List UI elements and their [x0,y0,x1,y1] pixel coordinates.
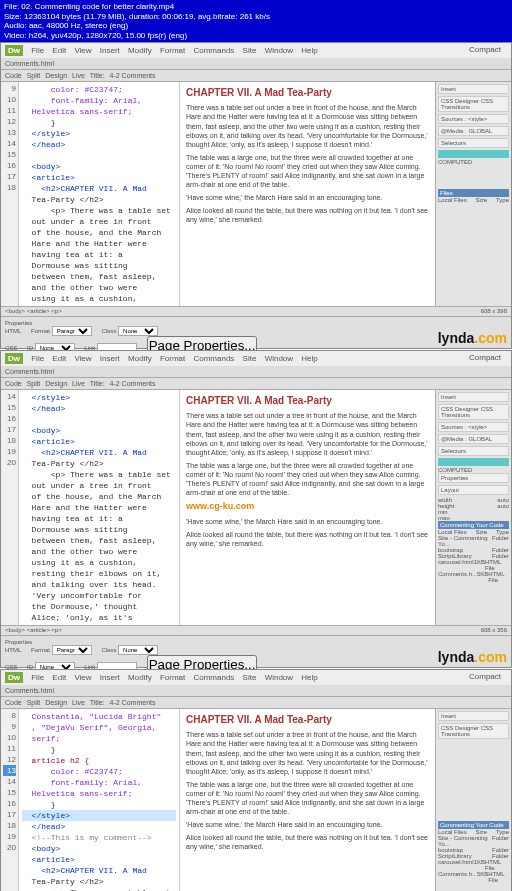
view-code[interactable]: Code [5,380,22,387]
code-editor[interactable]: </style> </head> <body> <article> <h2>CH… [19,390,179,625]
menu-help[interactable]: Help [301,354,317,363]
view-live[interactable]: Live [72,72,85,79]
properties-section[interactable]: Properties [438,473,509,483]
menu-file[interactable]: File [31,673,44,682]
title-value[interactable]: 4-2 Comments [110,380,156,387]
css-designer-panel[interactable]: CSS Designer CSS Transitions [438,96,509,112]
view-toolbar: Code Split Design Live Title: 4-2 Commen… [1,378,511,390]
document-tab-bar: Comments.html [1,685,511,697]
view-split[interactable]: Split [27,699,41,706]
view-design[interactable]: Design [45,380,67,387]
files-header[interactable]: Files [438,189,509,197]
menu-window[interactable]: Window [265,354,293,363]
menu-file[interactable]: File [31,46,44,55]
dw-logo: Dw [5,45,23,56]
preview-p1: There was a table set out under a tree i… [186,730,429,775]
css-designer-panel[interactable]: CSS Designer CSS Transitions [438,723,509,739]
format-select[interactable]: Paragraph [52,645,92,655]
design-preview: CHAPTER VII. A Mad Tea-Party There was a… [179,82,435,306]
view-design[interactable]: Design [45,699,67,706]
doc-tab[interactable]: Comments.html [5,687,54,694]
menu-modify[interactable]: Modify [128,354,152,363]
doc-tab[interactable]: Comments.html [5,60,54,67]
files-cols: Local FilesSizeType [438,197,509,203]
menu-modify[interactable]: Modify [128,673,152,682]
html-tab[interactable]: HTML [5,647,21,653]
media-section[interactable]: @Media : GLOBAL [438,434,509,444]
menu-insert[interactable]: Insert [100,46,120,55]
menu-commands[interactable]: Commands [193,46,234,55]
view-split[interactable]: Split [27,380,41,387]
media-section[interactable]: @Media : GLOBAL [438,126,509,136]
layout-selector[interactable]: Compact [469,353,501,362]
insert-panel[interactable]: Insert [438,711,509,721]
menu-insert[interactable]: Insert [100,354,120,363]
menu-view[interactable]: View [74,46,91,55]
menu-window[interactable]: Window [265,673,293,682]
menu-format[interactable]: Format [160,673,185,682]
menu-insert[interactable]: Insert [100,673,120,682]
class-select[interactable]: None [118,645,158,655]
view-code[interactable]: Code [5,72,22,79]
preview-p2: The table was a large one, but the three… [186,153,429,189]
menu-view[interactable]: View [74,673,91,682]
menu-file[interactable]: File [31,354,44,363]
title-value[interactable]: 4-2 Comments [110,699,156,706]
preview-p4: Alice looked all round the table, but th… [186,833,429,851]
sources-section[interactable]: Sources : <style> [438,422,509,432]
menu-edit[interactable]: Edit [52,46,66,55]
properties-panel: Properties HTML Format Paragraph Class N… [1,316,511,348]
preview-p3: 'Have some wine,' the March Hare said in… [186,820,429,829]
title-label: Title: [90,699,105,706]
view-design[interactable]: Design [45,72,67,79]
html-tab[interactable]: HTML [5,328,21,334]
watermark-text: www.cg-ku.com [186,501,429,513]
doc-tab[interactable]: Comments.html [5,368,54,375]
menu-format[interactable]: Format [160,354,185,363]
view-live[interactable]: Live [72,699,85,706]
menu-help[interactable]: Help [301,46,317,55]
title-label: Title: [90,380,105,387]
dw-logo: Dw [5,353,23,364]
menu-window[interactable]: Window [265,46,293,55]
menu-modify[interactable]: Modify [128,46,152,55]
menu-view[interactable]: View [74,354,91,363]
site-header[interactable]: Commenting Your Code [438,521,509,529]
layout-selector[interactable]: Compact [469,45,501,54]
menu-edit[interactable]: Edit [52,673,66,682]
format-select[interactable]: Paragraph [52,326,92,336]
site-header[interactable]: Commenting Your Code [438,821,509,829]
design-preview: CHAPTER VII. A Mad Tea-Party There was a… [179,709,435,891]
menu-site[interactable]: Site [243,354,257,363]
selectors-section[interactable]: Selectors [438,138,509,148]
menu-commands[interactable]: Commands [193,354,234,363]
right-panel-group: Insert CSS Designer CSS Transitions Sour… [435,390,511,625]
code-editor[interactable]: color: #C23747; font-family: Arial, Helv… [19,82,179,306]
layout-section: Layout [438,485,509,495]
insert-panel[interactable]: Insert [438,84,509,94]
menu-edit[interactable]: Edit [52,354,66,363]
menu-site[interactable]: Site [243,673,257,682]
selectors-section[interactable]: Selectors [438,446,509,456]
status-bar: <body> <article> <p> 608 x 356 [1,625,511,635]
lynda-watermark: lynda.com [438,330,507,346]
dreamweaver-window-3: Dw File Edit View Insert Modify Format C… [0,669,512,891]
insert-panel[interactable]: Insert [438,392,509,402]
preview-p3: 'Have some wine,' the March Hare said in… [186,517,429,526]
css-designer-panel[interactable]: CSS Designer CSS Transitions [438,404,509,420]
menu-site[interactable]: Site [243,46,257,55]
menu-help[interactable]: Help [301,673,317,682]
menu-commands[interactable]: Commands [193,673,234,682]
video-info-header: File: 02. Commenting code for better cla… [0,0,512,42]
view-live[interactable]: Live [72,380,85,387]
view-code[interactable]: Code [5,699,22,706]
sources-section[interactable]: Sources : <style> [438,114,509,124]
view-split[interactable]: Split [27,72,41,79]
menu-format[interactable]: Format [160,46,185,55]
class-select[interactable]: None [118,326,158,336]
code-editor[interactable]: Constantia, "Lucida Bright" , "DejaVu Se… [19,709,179,891]
preview-heading: CHAPTER VII. A Mad Tea-Party [186,713,429,726]
document-tab-bar: Comments.html [1,366,511,378]
layout-selector[interactable]: Compact [469,672,501,681]
title-value[interactable]: 4-2 Comments [110,72,156,79]
